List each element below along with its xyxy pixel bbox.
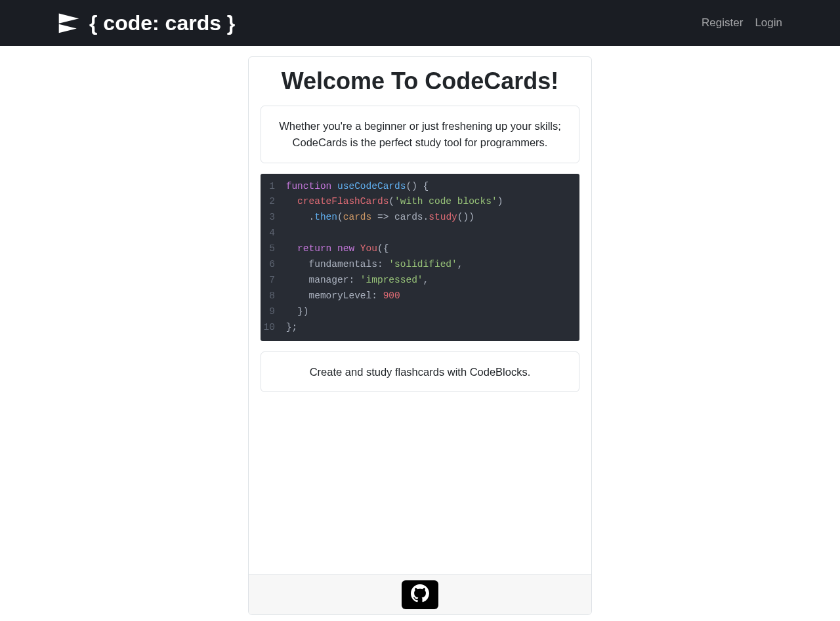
intro-line-2: CodeCards is the perfect study tool for … bbox=[274, 134, 566, 151]
main: Welcome To CodeCards! Whether you're a b… bbox=[0, 56, 840, 615]
hero-card: Welcome To CodeCards! Whether you're a b… bbox=[248, 56, 592, 615]
nav-links: Register Login bbox=[702, 16, 782, 30]
github-icon bbox=[411, 584, 429, 605]
logo-icon bbox=[58, 12, 80, 34]
card-footer bbox=[249, 574, 591, 614]
intro-box: Whether you're a beginner or just freshe… bbox=[261, 106, 579, 163]
brand-text: { code: cards } bbox=[89, 11, 235, 35]
intro-line-1: Whether you're a beginner or just freshe… bbox=[274, 118, 566, 134]
navbar: { code: cards } Register Login bbox=[0, 0, 840, 46]
register-link[interactable]: Register bbox=[702, 16, 743, 30]
svg-marker-0 bbox=[59, 14, 79, 24]
svg-marker-1 bbox=[59, 24, 77, 33]
spacer bbox=[261, 403, 579, 563]
github-button[interactable] bbox=[402, 580, 438, 609]
tagline-text: Create and study flashcards with CodeBlo… bbox=[310, 366, 531, 378]
code-block: 1 function useCodeCards() { 2 createFlas… bbox=[261, 174, 579, 341]
card-body: Welcome To CodeCards! Whether you're a b… bbox=[249, 57, 591, 574]
tagline-box: Create and study flashcards with CodeBlo… bbox=[261, 351, 579, 393]
login-link[interactable]: Login bbox=[755, 16, 782, 30]
brand[interactable]: { code: cards } bbox=[58, 11, 235, 35]
page-title: Welcome To CodeCards! bbox=[261, 68, 579, 95]
